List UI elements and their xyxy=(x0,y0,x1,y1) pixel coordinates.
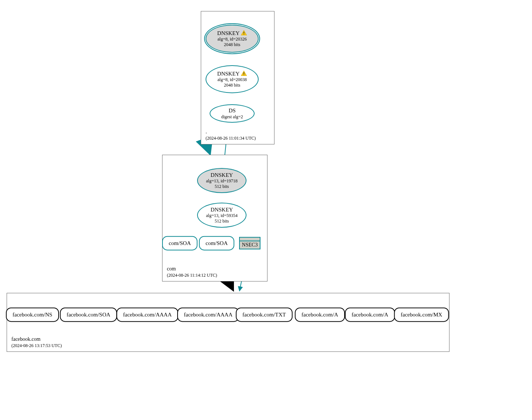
com-ksk-node[interactable]: DNSKEY alg=13, id=19718 512 bits xyxy=(197,168,246,193)
svg-rect-1 xyxy=(244,34,245,35)
com-soa1-label: com/SOA xyxy=(162,236,197,251)
com-zsk-bits: 512 bits xyxy=(215,218,229,224)
nsec3-label: NSEC3 xyxy=(239,241,260,249)
svg-rect-2 xyxy=(244,72,245,74)
fb-a2-node[interactable]: facebook.com/A xyxy=(345,308,395,322)
root-zsk-bits: 2048 bits xyxy=(224,83,240,88)
fb-aaaa2-label: facebook.com/AAAA xyxy=(177,308,239,322)
zone-facebook-label: facebook.com (2024-08-26 13:17:53 UTC) xyxy=(11,336,62,349)
com-zsk-title: DNSKEY xyxy=(211,206,233,213)
fb-soa-label: facebook.com/SOA xyxy=(60,308,117,322)
root-ksk-bits: 2048 bits xyxy=(224,42,240,48)
zone-root-label: . (2024-08-26 11:01:34 UTC) xyxy=(206,129,256,141)
com-ksk-title: DNSKEY xyxy=(211,172,233,179)
com-soa2-node[interactable]: com/SOA xyxy=(199,236,234,251)
zone-facebook-ts: (2024-08-26 13:17:53 UTC) xyxy=(11,343,62,349)
com-soa2-label: com/SOA xyxy=(199,236,234,251)
zone-facebook: facebook.com (2024-08-26 13:17:53 UTC) xyxy=(7,293,449,352)
zone-facebook-name: facebook.com xyxy=(11,336,41,342)
root-ksk-title: DNSKEY xyxy=(217,30,247,37)
com-zsk-node[interactable]: DNSKEY alg=13, id=59354 512 bits xyxy=(197,203,246,228)
com-soa1-node[interactable]: com/SOA xyxy=(162,236,197,251)
root-zsk-title: DNSKEY xyxy=(217,70,247,77)
com-ksk-alg: alg=13, id=19718 xyxy=(206,178,238,184)
fb-txt-label: facebook.com/TXT xyxy=(236,308,293,322)
com-nsec3-node[interactable]: NSEC3 xyxy=(239,237,260,249)
fb-soa-node[interactable]: facebook.com/SOA xyxy=(60,308,117,322)
dnssec-graph: . (2024-08-26 11:01:34 UTC) DNSKEY alg=8… xyxy=(4,4,528,416)
zone-com-ts: (2024-08-26 11:14:12 UTC) xyxy=(167,273,217,278)
fb-aaaa1-node[interactable]: facebook.com/AAAA xyxy=(116,308,178,322)
fb-a1-node[interactable]: facebook.com/A xyxy=(295,308,345,322)
com-ksk-bits: 512 bits xyxy=(215,184,229,189)
fb-txt-node[interactable]: facebook.com/TXT xyxy=(236,308,293,322)
fb-a1-label: facebook.com/A xyxy=(295,308,345,322)
root-ksk-node[interactable]: DNSKEY alg=8, id=20326 2048 bits xyxy=(204,23,260,54)
zone-root-name: . xyxy=(206,129,207,134)
svg-rect-0 xyxy=(244,32,245,34)
fb-aaaa1-label: facebook.com/AAAA xyxy=(116,308,178,322)
root-zsk-alg: alg=8, id=20038 xyxy=(217,77,247,83)
nsec3-tab xyxy=(239,237,260,241)
fb-ns-label: facebook.com/NS xyxy=(6,308,59,322)
zone-com-label: com (2024-08-26 11:14:12 UTC) xyxy=(167,266,217,278)
fb-mx-node[interactable]: facebook.com/MX xyxy=(394,308,449,322)
root-zsk-node[interactable]: DNSKEY alg=8, id=20038 2048 bits xyxy=(206,65,259,93)
zone-com-name: com xyxy=(167,266,176,272)
fb-ns-node[interactable]: facebook.com/NS xyxy=(6,308,59,322)
root-ds-title: DS xyxy=(228,107,235,114)
zone-root-ts: (2024-08-26 11:01:34 UTC) xyxy=(206,136,256,141)
root-ds-node[interactable]: DS digest alg=2 xyxy=(210,104,255,123)
root-ksk-alg: alg=8, id=20326 xyxy=(217,36,247,42)
warning-icon xyxy=(241,71,247,76)
fb-a2-label: facebook.com/A xyxy=(345,308,395,322)
fb-aaaa2-node[interactable]: facebook.com/AAAA xyxy=(177,308,239,322)
com-zsk-alg: alg=13, id=59354 xyxy=(206,213,238,218)
svg-rect-3 xyxy=(244,74,245,75)
root-ds-alg: digest alg=2 xyxy=(221,114,243,120)
fb-mx-label: facebook.com/MX xyxy=(394,308,449,322)
warning-icon xyxy=(241,30,247,35)
